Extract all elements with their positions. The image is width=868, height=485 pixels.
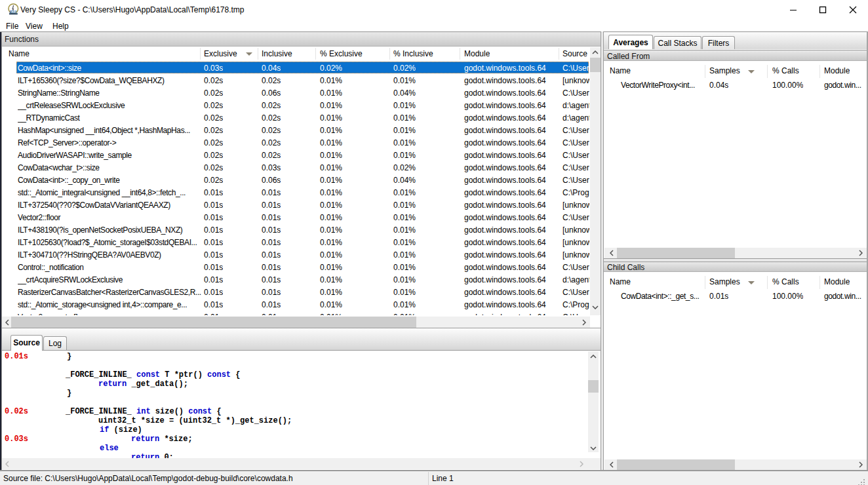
svg-text:zzz: zzz [9, 9, 17, 14]
